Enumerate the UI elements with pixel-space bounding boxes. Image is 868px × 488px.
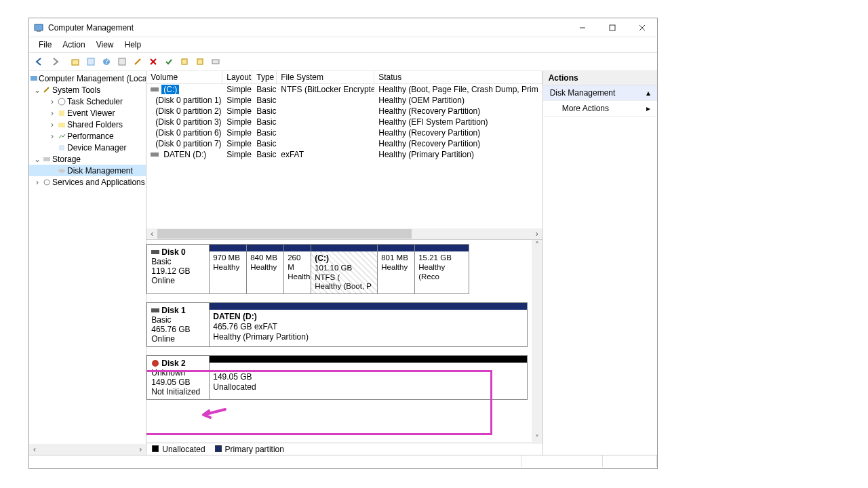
tree-storage[interactable]: ⌄Storage (29, 153, 146, 165)
storage-icon (41, 154, 52, 165)
export-button[interactable] (130, 54, 145, 69)
minimize-button[interactable] (568, 18, 597, 37)
svg-rect-0 (35, 24, 43, 30)
actions-more[interactable]: More Actions ▸ (543, 101, 657, 117)
graphical-vscroll[interactable]: ˄ ˅ (532, 240, 542, 444)
volume-list: Volume Layout Type File System Status (C… (146, 71, 542, 239)
disk-error-icon (151, 359, 159, 367)
svg-rect-30 (151, 152, 159, 157)
tree-hscroll[interactable]: ‹› (29, 444, 146, 455)
tree-device-manager[interactable]: Device Manager (29, 142, 146, 153)
legend-primary: Primary partition (215, 445, 284, 454)
expand-icon[interactable]: › (48, 108, 56, 118)
disk0-partition[interactable]: 970 MBHealthy (210, 244, 247, 294)
expand-icon[interactable]: › (48, 131, 56, 141)
close-button[interactable] (627, 18, 657, 37)
refresh-button[interactable] (115, 54, 130, 69)
expand-icon[interactable]: › (48, 120, 56, 129)
col-layout[interactable]: Layout (222, 71, 252, 83)
volume-rows[interactable]: (C:)SimpleBasicNTFS (BitLocker Encrypted… (146, 84, 542, 228)
scroll-up-icon[interactable]: ˄ (532, 240, 542, 251)
volume-row[interactable]: DATEN (D:)SimpleBasicexFATHealthy (Prima… (146, 149, 542, 160)
volume-row[interactable]: (Disk 0 partition 6)SimpleBasicHealthy (… (146, 127, 542, 138)
collapse-icon[interactable]: ⌄ (33, 85, 41, 95)
svg-rect-13 (182, 59, 187, 64)
svg-point-17 (58, 98, 65, 105)
svg-rect-31 (151, 250, 159, 254)
disk2-row[interactable]: Disk 2 Unknown 149.05 GB Not Initialized… (146, 355, 538, 400)
svg-rect-20 (59, 145, 64, 150)
tree-root-label: Computer Management (Local (39, 74, 146, 83)
menu-help[interactable]: Help (119, 39, 147, 51)
disk1-part-daten[interactable]: DATEN (D:) 465.76 GB exFAT Healthy (Prim… (210, 302, 527, 347)
volume-row[interactable]: (Disk 0 partition 7)SimpleBasicHealthy (… (146, 138, 542, 149)
tree-root[interactable]: Computer Management (Local (29, 73, 146, 84)
check-button[interactable] (161, 54, 176, 69)
tree-systools[interactable]: ⌄ System Tools (29, 84, 146, 96)
maximize-button[interactable] (597, 18, 627, 37)
col-type[interactable]: Type (252, 71, 277, 83)
col-status[interactable]: Status (374, 71, 542, 83)
disk-dark-icon (151, 249, 159, 256)
graphical-view: Disk 0 Basic 119.12 GB Online 970 MBHeal… (146, 239, 542, 455)
computer-management-window: Computer Management File Action View Hel… (28, 18, 658, 469)
svg-rect-3 (610, 25, 615, 30)
volume-row[interactable]: (Disk 0 partition 3)SimpleBasicHealthy (… (146, 117, 542, 127)
menu-action[interactable]: Action (57, 39, 90, 51)
delete-button[interactable] (146, 54, 161, 69)
scroll-right-icon[interactable]: › (532, 228, 542, 239)
scroll-left-icon[interactable]: ‹ (146, 228, 157, 239)
disk0-partition[interactable]: (C:)101.10 GB NTFS (Healthy (Boot, P (311, 244, 378, 294)
volume-row[interactable]: (C:)SimpleBasicNTFS (BitLocker Encrypted… (146, 84, 542, 95)
disk-dark-icon (151, 307, 159, 314)
volume-headers: Volume Layout Type File System Status (146, 71, 542, 84)
folder-icon (56, 119, 67, 130)
actions-header: Actions (543, 71, 657, 85)
window-title: Computer Management (48, 23, 134, 33)
up-button[interactable] (68, 54, 83, 69)
tools-icon (41, 85, 52, 96)
disk0-partition[interactable]: 260 MHealth (284, 244, 311, 294)
volume-hscroll[interactable]: ‹ › (146, 228, 542, 239)
tree-services[interactable]: ›Services and Applications (29, 176, 146, 188)
disk2-unallocated[interactable]: 149.05 GB Unallocated (210, 355, 527, 400)
nav-back-button[interactable] (32, 54, 47, 69)
svg-rect-15 (212, 60, 219, 64)
nav-forward-button[interactable] (47, 54, 62, 69)
collapse-icon[interactable]: ⌄ (33, 155, 41, 164)
tree-event-viewer[interactable]: ›Event Viewer (29, 107, 146, 119)
expand-icon[interactable]: › (48, 97, 56, 106)
tree-shared-folders[interactable]: ›Shared Folders (29, 119, 146, 130)
action1-button[interactable] (177, 54, 192, 69)
log-icon (56, 108, 67, 119)
volume-row[interactable]: (Disk 0 partition 2)SimpleBasicHealthy (… (146, 106, 542, 117)
svg-rect-7 (87, 58, 94, 65)
expand-icon[interactable]: › (33, 178, 41, 187)
disk0-partition[interactable]: 801 MBHealthy (378, 244, 415, 294)
chevron-up-icon: ▴ (646, 88, 650, 98)
services-icon (41, 177, 52, 188)
disk1-partitions: DATEN (D:) 465.76 GB exFAT Healthy (Prim… (210, 302, 527, 347)
scroll-down-icon[interactable]: ˅ (532, 433, 542, 444)
disk0-partition[interactable]: 15.21 GBHealthy (Reco (415, 244, 469, 294)
col-fs[interactable]: File System (277, 71, 374, 83)
tree-performance[interactable]: ›Performance (29, 130, 146, 142)
action3-button[interactable] (208, 54, 223, 69)
svg-rect-24 (151, 87, 159, 92)
tree-task-scheduler[interactable]: ›Task Scheduler (29, 96, 146, 107)
action2-button[interactable] (193, 54, 208, 69)
menubar: File Action View Help (29, 37, 657, 52)
detail-pane: Volume Layout Type File System Status (C… (146, 71, 542, 455)
properties-button[interactable] (83, 54, 98, 69)
disk0-row[interactable]: Disk 0 Basic 119.12 GB Online 970 MBHeal… (146, 244, 538, 294)
menu-view[interactable]: View (91, 39, 119, 51)
disk0-partition[interactable]: 840 MBHealthy (247, 244, 284, 294)
disk1-row[interactable]: Disk 1 Basic 465.76 GB Online DATEN (D:)… (146, 302, 538, 347)
actions-disk-management[interactable]: Disk Management ▴ (543, 85, 657, 101)
col-volume[interactable]: Volume (146, 71, 222, 83)
volume-row[interactable]: (Disk 0 partition 1)SimpleBasicHealthy (… (146, 95, 542, 106)
menu-file[interactable]: File (33, 39, 57, 51)
help-button[interactable]: ? (99, 54, 114, 69)
disk0-info: Disk 0 Basic 119.12 GB Online (146, 244, 210, 294)
tree-disk-management[interactable]: Disk Management (29, 165, 146, 176)
